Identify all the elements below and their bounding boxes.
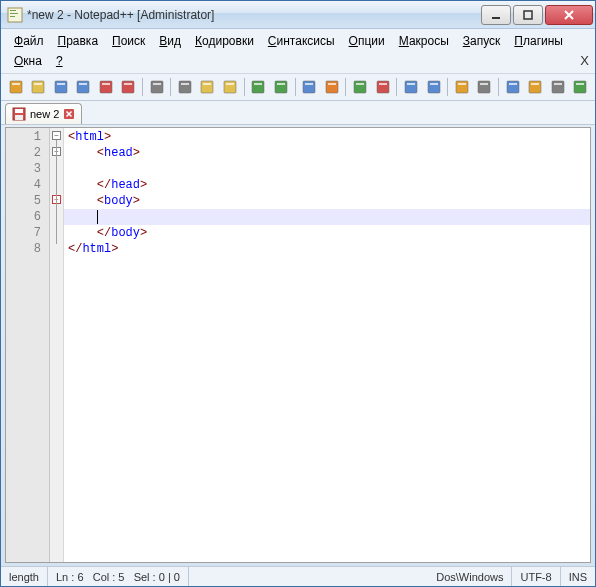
svg-rect-7 [12,83,20,85]
svg-rect-22 [201,81,213,93]
svg-rect-10 [55,81,67,93]
save-icon[interactable] [50,76,71,98]
code-area[interactable]: <html> <head> </head> <body> </body></ht… [64,128,590,562]
zoom-out-icon[interactable] [372,76,393,98]
svg-rect-8 [32,81,44,93]
minimize-button[interactable] [481,5,511,25]
window-title: *new 2 - Notepad++ [Administrator] [27,8,479,22]
svg-rect-37 [379,83,387,85]
menu-encoding[interactable]: Кодировки [188,31,261,51]
svg-rect-35 [356,83,364,85]
svg-rect-25 [226,83,234,85]
paste-icon[interactable] [219,76,240,98]
disk-icon [12,107,26,121]
svg-rect-27 [254,83,262,85]
undo-icon[interactable] [248,76,269,98]
maximize-button[interactable] [513,5,543,25]
svg-rect-6 [10,81,22,93]
menu-window[interactable]: Окна [7,51,49,71]
svg-rect-38 [405,81,417,93]
app-window: *new 2 - Notepad++ [Administrator] Файл … [0,0,596,587]
editor[interactable]: 12345678 −−− <html> <head> </head> <body… [5,127,591,563]
redo-icon[interactable] [270,76,291,98]
wordwrap-icon[interactable] [451,76,472,98]
svg-rect-45 [480,83,488,85]
menu-run[interactable]: Запуск [456,31,508,51]
func-list-icon[interactable] [547,76,568,98]
svg-rect-4 [492,17,500,19]
svg-rect-23 [203,83,211,85]
svg-rect-52 [574,81,586,93]
menubar-close-icon[interactable]: X [580,53,589,68]
svg-rect-29 [277,83,285,85]
menu-file[interactable]: Файл [7,31,51,51]
svg-rect-42 [456,81,468,93]
status-eol: Dos\Windows [428,567,512,586]
svg-rect-1 [10,10,16,11]
svg-rect-49 [531,83,539,85]
svg-rect-2 [10,13,18,14]
svg-rect-13 [79,83,87,85]
svg-rect-33 [328,83,336,85]
tab-close-icon[interactable] [63,108,75,120]
open-file-icon[interactable] [27,76,48,98]
all-chars-icon[interactable] [474,76,495,98]
menu-help[interactable]: ? [49,51,70,71]
new-file-icon[interactable] [5,76,26,98]
menu-view[interactable]: Вид [152,31,188,51]
indent-guide-icon[interactable] [502,76,523,98]
replace-icon[interactable] [321,76,342,98]
svg-rect-43 [458,83,466,85]
toolbar [1,73,595,101]
find-icon[interactable] [299,76,320,98]
menu-language[interactable]: Синтаксисы [261,31,342,51]
titlebar[interactable]: *new 2 - Notepad++ [Administrator] [1,1,595,29]
svg-rect-24 [224,81,236,93]
tab-new2[interactable]: new 2 [5,103,82,124]
svg-rect-48 [529,81,541,93]
folder-tree-icon[interactable] [570,76,591,98]
svg-rect-14 [100,81,112,93]
menu-settings[interactable]: Опции [342,31,392,51]
svg-rect-5 [524,11,532,19]
svg-rect-19 [153,83,161,85]
close-icon[interactable] [95,76,116,98]
status-mode: INS [561,567,595,586]
fold-column[interactable]: −−− [50,128,64,562]
menubar: Файл Правка Поиск Вид Кодировки Синтакси… [1,29,595,73]
svg-rect-30 [303,81,315,93]
statusbar: length Ln : 6 Col : 5 Sel : 0 | 0 Dos\Wi… [1,566,595,586]
menu-search[interactable]: Поиск [105,31,152,51]
line-number-gutter: 12345678 [6,128,50,562]
svg-rect-26 [252,81,264,93]
svg-rect-46 [507,81,519,93]
svg-rect-55 [15,109,23,113]
cut-icon[interactable] [174,76,195,98]
copy-icon[interactable] [197,76,218,98]
doc-map-icon[interactable] [525,76,546,98]
svg-rect-39 [407,83,415,85]
save-all-icon[interactable] [72,76,93,98]
svg-rect-20 [179,81,191,93]
svg-rect-36 [377,81,389,93]
close-button[interactable] [545,5,593,25]
sync-v-icon[interactable] [400,76,421,98]
tab-bar: new 2 [1,101,595,125]
menu-plugins[interactable]: Плагины [507,31,570,51]
svg-rect-56 [15,115,23,120]
svg-rect-34 [354,81,366,93]
close-all-icon[interactable] [117,76,138,98]
status-encoding: UTF-8 [512,567,560,586]
svg-rect-12 [77,81,89,93]
status-position: Ln : 6 Col : 5 Sel : 0 | 0 [48,567,189,586]
svg-rect-28 [275,81,287,93]
svg-rect-53 [576,83,584,85]
svg-rect-9 [34,83,42,85]
svg-rect-41 [430,83,438,85]
menu-edit[interactable]: Правка [51,31,106,51]
menu-macro[interactable]: Макросы [392,31,456,51]
svg-rect-11 [57,83,65,85]
zoom-in-icon[interactable] [349,76,370,98]
print-icon[interactable] [146,76,167,98]
sync-h-icon[interactable] [423,76,444,98]
